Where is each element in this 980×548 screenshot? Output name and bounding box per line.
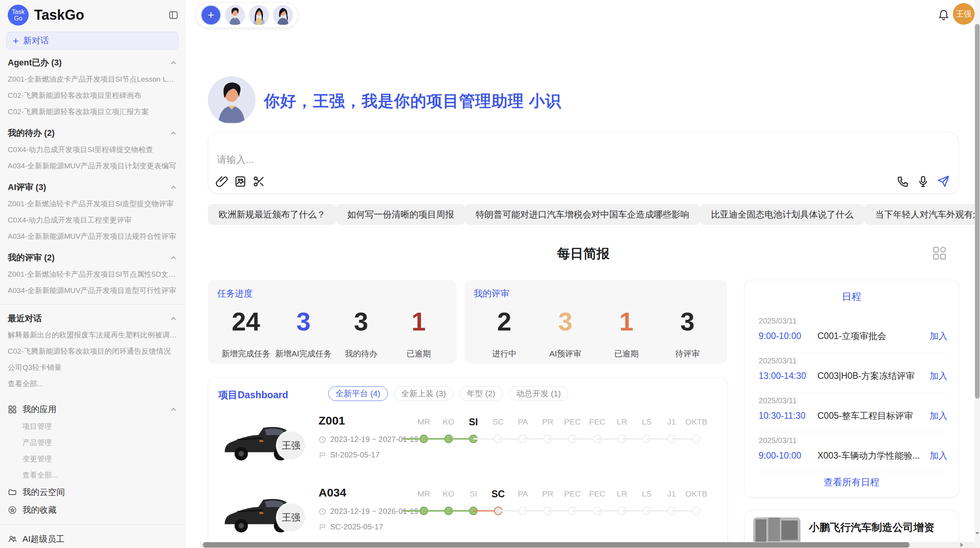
sidebar-item[interactable]: Z001-全新燃油皮卡产品开发项目SI节点Lesson Learn报告 — [0, 71, 185, 87]
scroll-down-arrow-icon[interactable] — [975, 531, 980, 536]
section-title: AI评审 (3) — [8, 182, 169, 193]
schedule-item: 2025/03/11 9:00-10:00 C001-立项审批会 加入 — [759, 313, 947, 353]
new-chat-button[interactable]: + 新对话 — [6, 32, 178, 50]
join-button[interactable]: 加入 — [930, 450, 947, 462]
contact-avatar[interactable] — [249, 5, 269, 25]
recent-chat-item[interactable]: 解释最新出台的欧盟报废车法规再生塑料比例被调至15%... — [0, 327, 185, 343]
milestone-dot-pending — [692, 435, 701, 443]
milestone: KO — [436, 415, 461, 445]
stat-new-ai-done: 3 新增AI完成任务 — [275, 308, 332, 359]
sidebar-item[interactable]: C02-飞腾新能源轻客改款项目立项汇报方案 — [0, 104, 185, 120]
filter-chip-platform[interactable]: 全新平台 (4) — [328, 386, 388, 401]
sidebar: Task Go TaskGo + 新对话 Agent已办 (3) Z001-全新… — [0, 0, 185, 548]
section-header-recent[interactable]: 最近对话 — [0, 310, 185, 327]
vertical-scrollbar-thumb[interactable] — [975, 24, 980, 399]
milestone-timeline: MR KO SI SC PA PR PEC FEC LR LS J1 OKTB — [411, 487, 709, 517]
chat-input[interactable] — [217, 154, 759, 165]
view-all-apps[interactable]: 查看全部... — [0, 467, 185, 483]
section-header-agent-done[interactable]: Agent已办 (3) — [0, 54, 185, 71]
project-owner-badge: 王强 — [276, 502, 306, 533]
section-header-ai-review[interactable]: AI评审 (3) — [0, 179, 185, 196]
schedule-item: 2025/03/11 9:00-10:00 X003-车辆动力学性能验... 加… — [759, 432, 947, 472]
suggestion-chip[interactable]: 比亚迪全固态电池计划具体说了什么 — [700, 204, 864, 225]
send-icon[interactable] — [937, 175, 950, 188]
sidebar-item[interactable]: A034-全新新能源MUV产品开发项目法规符合性评审 — [0, 228, 185, 245]
app-item-project[interactable]: 项目管理 — [0, 418, 185, 435]
suggestion-chip[interactable]: 当下年轻人对汽车外观有怎样的喜好趋势 — [864, 204, 980, 225]
project-row[interactable]: 王强 Z001 2023-12-19 ~ 2027-01-19 SI-2025-… — [208, 411, 727, 483]
sidebar-item[interactable]: C02-飞腾新能源轻客改款项目里程碑画布 — [0, 87, 185, 104]
news-title: 小鹏飞行汽车制造公司增资 — [809, 521, 934, 534]
schedule-date: 2025/03/11 — [759, 317, 947, 325]
stat-pending-review: 3 待评审 — [657, 308, 718, 359]
cloud-space-label: 我的云空间 — [22, 486, 178, 498]
layout-grid-icon[interactable] — [931, 245, 947, 261]
horizontal-scrollbar[interactable] — [200, 542, 975, 548]
sidebar-item[interactable]: C0X4-动力总成开发项目SI里程碑提交物检查 — [0, 142, 185, 158]
join-button[interactable]: 加入 — [930, 370, 947, 382]
contact-avatar[interactable] — [273, 5, 293, 25]
vertical-scrollbar[interactable] — [975, 0, 980, 548]
milestone: MR — [411, 487, 436, 517]
stat-value: 3 — [535, 308, 596, 335]
chat-input-box[interactable] — [208, 132, 959, 194]
recent-chat-item[interactable]: C02-飞腾新能源轻客改款项目的闭环通告反馈情况 — [0, 343, 185, 360]
flag-icon — [319, 451, 326, 459]
filter-chip-model-year[interactable]: 年型 (2) — [459, 386, 503, 401]
image-icon[interactable] — [234, 175, 247, 188]
section-header-my-todo[interactable]: 我的待办 (2) — [0, 125, 185, 142]
scroll-right-arrow-icon[interactable] — [959, 542, 965, 548]
user-avatar[interactable]: 王强 — [953, 3, 975, 25]
stat-label: 新增AI完成任务 — [275, 348, 332, 359]
contact-avatar[interactable] — [225, 5, 245, 25]
my-apps-header[interactable]: 我的应用 — [0, 401, 185, 418]
filter-chip-powertrain[interactable]: 动总开发 (1) — [509, 386, 569, 401]
view-all-chats[interactable]: 查看全部... — [0, 376, 185, 392]
favorites-label: 我的收藏 — [22, 504, 178, 516]
project-owner-badge: 王强 — [276, 430, 306, 461]
chevron-up-icon — [169, 314, 178, 323]
section-header-my-review[interactable]: 我的评审 (2) — [0, 249, 185, 266]
milestone-dot-pending — [692, 507, 701, 515]
sidebar-item[interactable]: Z001-全新燃油轻卡产品开发项目SI造型提交物评审 — [0, 196, 185, 212]
cloud-space-item[interactable]: 我的云空间 — [0, 483, 185, 501]
stat-value: 1 — [390, 308, 447, 335]
microphone-icon[interactable] — [917, 175, 930, 188]
app-item-change[interactable]: 变更管理 — [0, 451, 185, 467]
clock-icon — [319, 436, 326, 444]
suggestion-chip[interactable]: 欧洲新规最近颁布了什么？ — [208, 204, 336, 225]
stat-label: 已逾期 — [596, 348, 657, 359]
scissors-icon[interactable] — [252, 175, 266, 188]
apps-grid-icon — [8, 405, 17, 414]
recent-chat-item[interactable]: 公司Q3轻卡销量 — [0, 360, 185, 376]
schedule-name: C001-立项审批会 — [817, 330, 930, 342]
sidebar-item[interactable]: Z001-全新燃油轻卡产品开发项目SI节点属性5D文件评审 — [0, 266, 185, 283]
stat-review-overdue: 1 已逾期 — [596, 308, 657, 359]
notifications-bell-icon[interactable] — [937, 8, 950, 21]
section-title: 我的评审 (2) — [8, 252, 169, 264]
add-contact-button[interactable]: + — [201, 5, 221, 25]
filter-chip-body[interactable]: 全新上装 (3) — [394, 386, 454, 401]
sidebar-item[interactable]: A034-全新新能源MUV产品开发项目计划变更表编写 — [0, 158, 185, 174]
phone-call-icon[interactable] — [896, 175, 910, 188]
sidebar-item[interactable]: C0X4-动力总成开发项目工程变更评审 — [0, 212, 185, 228]
collapse-sidebar-icon[interactable] — [168, 10, 178, 20]
attach-file-icon[interactable] — [215, 175, 228, 188]
join-button[interactable]: 加入 — [930, 410, 947, 422]
app-title: TaskGo — [34, 7, 168, 23]
ai-super-staff-item[interactable]: AI超级员工 — [0, 530, 185, 548]
milestone: PA — [511, 487, 535, 517]
sidebar-item[interactable]: A034-全新新能源MUV产品开发项目造型可行性评审 — [0, 283, 185, 299]
join-button[interactable]: 加入 — [930, 330, 947, 342]
horizontal-scrollbar-thumb[interactable] — [203, 542, 910, 548]
milestone: FEC — [585, 487, 610, 517]
milestone: KO — [436, 487, 461, 517]
suggestion-chip[interactable]: 特朗普可能对进口汽车增税会对中国车企造成哪些影响 — [465, 204, 700, 225]
app-item-product[interactable]: 产品管理 — [0, 435, 185, 451]
milestone: LR — [610, 487, 634, 517]
view-all-schedule[interactable]: 查看所有日程 — [745, 476, 958, 488]
suggestion-chip[interactable]: 如何写一份清晰的项目周报 — [336, 204, 465, 225]
project-row[interactable]: 王强 A034 2023-12-19 ~ 2026-01-19 SC-2025-… — [208, 483, 727, 548]
ai-super-staff-label: AI超级员工 — [22, 533, 178, 545]
favorites-item[interactable]: 我的收藏 — [0, 501, 185, 519]
